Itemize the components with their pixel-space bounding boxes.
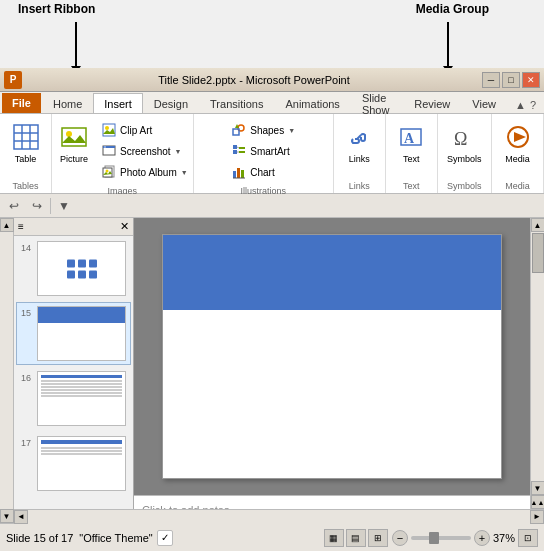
zoom-out-button[interactable]: −: [392, 530, 408, 546]
zoom-thumb[interactable]: [429, 532, 439, 544]
tab-design[interactable]: Design: [143, 93, 199, 113]
slide-viewport[interactable]: [134, 218, 530, 495]
tab-view[interactable]: View: [461, 93, 507, 113]
ribbon-content: Table Tables Picture: [0, 114, 544, 194]
images-col: Clip Art Screenshot ▼: [97, 118, 192, 184]
slides-panel: ≡ ✕ 14 15: [14, 218, 134, 523]
minimize-button[interactable]: ─: [482, 72, 500, 88]
slide-thumb-17[interactable]: 17: [16, 432, 131, 495]
picture-button[interactable]: Picture: [53, 118, 95, 167]
images-group: Picture Clip Art: [52, 114, 194, 193]
theme-check-button[interactable]: ✓: [157, 530, 173, 546]
illustrations-group: Shapes ▼ SmartArt: [194, 114, 334, 193]
slide-preview-17: [37, 436, 126, 491]
svg-text:A: A: [404, 131, 415, 146]
slide-thumb-15[interactable]: 15: [16, 302, 131, 365]
scroll-thumb[interactable]: [532, 233, 544, 273]
symbols-group: Ω Symbols Symbols: [438, 114, 492, 193]
links-group-label: Links: [349, 181, 370, 191]
zoom-level: 37%: [493, 532, 515, 544]
horizontal-scrollbar[interactable]: ◄ ►: [14, 509, 544, 523]
scroll-left-button[interactable]: ◄: [14, 510, 28, 524]
svg-rect-5: [62, 128, 86, 146]
illustrations-group-content: Shapes ▼ SmartArt: [227, 118, 299, 184]
maximize-button[interactable]: □: [502, 72, 520, 88]
help-icon: ▲: [515, 99, 526, 111]
tab-transitions[interactable]: Transitions: [199, 93, 274, 113]
panel-scrollbar[interactable]: ▲ ▼: [0, 218, 14, 523]
links-group: Links Links: [334, 114, 386, 193]
slide-header: [163, 235, 501, 310]
normal-view-button[interactable]: ▦: [324, 529, 344, 547]
dot: [89, 270, 97, 278]
links-button[interactable]: Links: [338, 118, 380, 167]
redo-button[interactable]: ↪: [27, 197, 47, 215]
media-icon: [502, 121, 534, 153]
slides-panel-close[interactable]: ✕: [120, 220, 129, 233]
tab-file[interactable]: File: [2, 93, 41, 113]
hscroll-track[interactable]: [28, 510, 530, 524]
text-button[interactable]: A Text: [390, 118, 432, 167]
quick-access-toolbar: ↩ ↪ ▼: [0, 194, 544, 218]
slide-sorter-button[interactable]: ▤: [346, 529, 366, 547]
shapes-button[interactable]: Shapes ▼: [227, 120, 299, 140]
text-group-label: Text: [403, 181, 420, 191]
tab-home[interactable]: Home: [42, 93, 93, 113]
chart-button[interactable]: Chart: [227, 162, 299, 182]
panel-scroll-down[interactable]: ▼: [0, 509, 14, 523]
slide-thumb-16[interactable]: 16: [16, 367, 131, 430]
scroll-down-button[interactable]: ▼: [531, 481, 545, 495]
scroll-up-button[interactable]: ▲: [531, 218, 545, 232]
undo-button[interactable]: ↩: [4, 197, 24, 215]
picture-icon: [58, 121, 90, 153]
vertical-scrollbar[interactable]: ▲ ▼ ▲▲ ▼▼: [530, 218, 544, 523]
tab-review[interactable]: Review: [403, 93, 461, 113]
zoom-slider[interactable]: [411, 536, 471, 540]
svg-point-8: [105, 126, 109, 130]
slide-thumb-14[interactable]: 14: [16, 237, 131, 300]
tab-slideshow[interactable]: Slide Show: [351, 93, 403, 113]
clip-art-button[interactable]: Clip Art: [97, 120, 192, 140]
zoom-in-button[interactable]: +: [474, 530, 490, 546]
status-bar: Slide 15 of 17 "Office Theme" ✓ ▦ ▤ ⊞ − …: [0, 523, 544, 551]
insert-ribbon-annotation: Insert Ribbon: [18, 2, 95, 16]
media-button[interactable]: Media: [497, 118, 539, 167]
text-group-content: A Text: [390, 118, 432, 179]
status-right: ▦ ▤ ⊞ − + 37% ⊡: [324, 529, 538, 547]
symbols-button[interactable]: Ω Symbols: [442, 118, 487, 167]
scroll-right-button[interactable]: ►: [530, 510, 544, 524]
slide-num-15: 15: [21, 308, 35, 318]
scroll-prev-page[interactable]: ▲▲: [531, 495, 545, 509]
close-button[interactable]: ✕: [522, 72, 540, 88]
photo-album-label: Photo Album: [120, 167, 177, 178]
smartart-button[interactable]: SmartArt: [227, 141, 299, 161]
tab-help[interactable]: ▲ ?: [507, 97, 544, 113]
zoom-area: − + 37% ⊡: [392, 529, 538, 547]
photo-album-icon: [101, 164, 117, 180]
images-group-content: Picture Clip Art: [53, 118, 192, 184]
svg-line-22: [237, 147, 239, 148]
main-area: ▲ ▼ ≡ ✕ 14 15: [0, 218, 544, 523]
screenshot-button[interactable]: Screenshot ▼: [97, 141, 192, 161]
screenshot-dropdown-icon: ▼: [175, 148, 182, 155]
shapes-label: Shapes: [250, 125, 284, 136]
app-logo: P: [4, 71, 22, 89]
links-icon: [343, 121, 375, 153]
photo-album-button[interactable]: Photo Album ▼: [97, 162, 192, 182]
media-group-arrow: [447, 22, 449, 67]
smartart-icon: [231, 143, 247, 159]
customize-button[interactable]: ▼: [54, 197, 74, 215]
panel-scroll-up[interactable]: ▲: [0, 218, 14, 232]
theme-indicator: "Office Theme" ✓: [79, 530, 172, 546]
slide-info: Slide 15 of 17: [6, 532, 73, 544]
shapes-icon: [231, 122, 247, 138]
window-controls: ─ □ ✕: [482, 72, 540, 88]
dot: [78, 259, 86, 267]
text-group: A Text Text: [386, 114, 438, 193]
tab-animations[interactable]: Animations: [274, 93, 350, 113]
zoom-fit-button[interactable]: ⊡: [518, 529, 538, 547]
reading-view-button[interactable]: ⊞: [368, 529, 388, 547]
tab-insert[interactable]: Insert: [93, 93, 143, 113]
table-button[interactable]: Table: [5, 118, 47, 167]
scroll-track[interactable]: [531, 232, 545, 481]
